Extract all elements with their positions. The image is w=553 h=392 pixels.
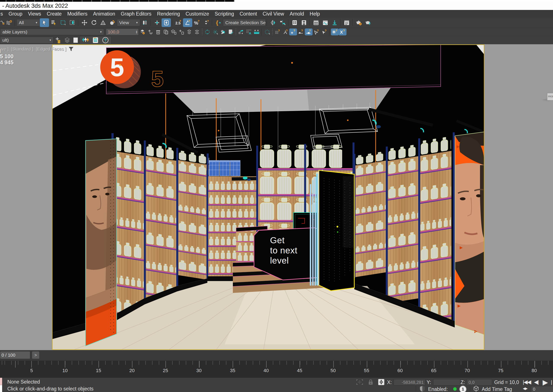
layer-stack-button[interactable] <box>63 37 72 44</box>
mirror-button[interactable] <box>269 18 278 27</box>
forest-tool-button[interactable] <box>81 37 90 44</box>
layer-explorer-toggle[interactable] <box>299 18 308 27</box>
document-tool-button[interactable] <box>91 37 100 44</box>
stack-up-button[interactable] <box>185 28 193 35</box>
maxscript-mini-listener[interactable] <box>0 378 2 392</box>
next-frame-nudge-button[interactable]: > <box>32 351 40 359</box>
snaps-toggle-25-button[interactable]: 2.5? <box>174 18 183 27</box>
enabled-count-badge[interactable]: 1 <box>459 385 467 392</box>
menu-item-create[interactable]: Create <box>44 10 64 18</box>
x-field[interactable]: -58348,281 <box>394 379 425 385</box>
poster-man[interactable] <box>85 139 117 346</box>
percent-snap-toggle[interactable]: %? <box>192 18 202 27</box>
viewport-label[interactable]: ve ] [Standard ] [Edged Faces ] <box>1 46 74 52</box>
blue-boxes[interactable] <box>209 160 240 176</box>
measure-ruler-button[interactable] <box>253 28 261 35</box>
stack-remove-button[interactable] <box>193 28 201 35</box>
edit-named-selection-sets-button[interactable]: { <box>214 18 223 27</box>
bind-to-spacewarp-button[interactable] <box>4 18 14 27</box>
selection-brackets-button[interactable] <box>211 28 219 35</box>
menu-item-rendering[interactable]: Rendering <box>154 10 183 18</box>
render-setup-button[interactable] <box>354 18 363 27</box>
menu-item-modifiers[interactable]: Modifiers <box>64 10 90 18</box>
rectangular-selection-region-button[interactable] <box>58 18 68 27</box>
filter-funnel-icon[interactable] <box>69 47 74 51</box>
menu-item-views[interactable]: Views <box>25 10 44 18</box>
add-time-tag[interactable]: Add Time Tag <box>482 386 512 392</box>
lock-icon[interactable] <box>368 379 373 385</box>
curve-editor-button[interactable] <box>311 18 320 27</box>
align-button[interactable] <box>278 18 287 27</box>
play-button[interactable]: ▶ <box>543 378 548 386</box>
material-editor-button[interactable] <box>342 18 351 27</box>
isolate-selection-button[interactable] <box>204 28 211 35</box>
render-button[interactable] <box>363 18 373 27</box>
snap-arrow-button[interactable]: ? <box>312 28 320 35</box>
menu-item-content[interactable]: Content <box>237 10 260 18</box>
y-field[interactable] <box>433 379 460 385</box>
preset-dropdown[interactable]: ult) ▼ <box>0 37 54 44</box>
logo-5-wireframe[interactable]: 5 <box>151 66 164 91</box>
snap-plus-toggle[interactable]: ? <box>289 28 297 35</box>
snap-stand-button[interactable]: ? <box>282 28 289 35</box>
snap-axis-x-toggle[interactable]: X? <box>339 28 347 35</box>
snap-slider-2-toggle[interactable]: ? <box>305 28 312 35</box>
delete-layer-button[interactable] <box>154 28 162 35</box>
layers-dropdown[interactable]: able Layers) ▼ <box>0 28 104 35</box>
viewport-scene[interactable]: 5 5 <box>0 44 553 350</box>
layer-properties-button[interactable] <box>170 28 177 35</box>
snap-frozen-toggle[interactable]: ? <box>331 28 339 35</box>
use-pivot-center-button[interactable] <box>140 18 149 27</box>
scene-explorer-toggle[interactable] <box>290 18 299 27</box>
previous-frame-button[interactable]: ◀| <box>534 379 539 385</box>
selection-region-icon[interactable] <box>356 379 363 385</box>
select-and-scale-button[interactable] <box>98 18 107 27</box>
cube-icon[interactable] <box>473 385 479 392</box>
add-to-layer-button[interactable] <box>146 28 154 35</box>
menu-item-graph-editors[interactable]: Graph Editors <box>118 10 154 18</box>
menu-item-customize[interactable]: Customize <box>183 10 212 18</box>
viewport[interactable]: 5 5 <box>0 44 553 350</box>
angle-snap-toggle[interactable]: ? <box>183 18 192 27</box>
swap-squares-button[interactable] <box>237 28 245 35</box>
select-and-rotate-button[interactable] <box>89 18 98 27</box>
absolute-mode-icon[interactable] <box>378 379 384 385</box>
add-coins-button[interactable] <box>54 37 63 44</box>
menu-item-scripting[interactable]: Scripting <box>212 10 237 18</box>
keyboard-shortcut-override-toggle[interactable] <box>162 18 171 27</box>
window-crossing-toggle[interactable] <box>68 18 77 27</box>
snap-grid-button[interactable]: ? <box>274 28 282 35</box>
select-object-button[interactable] <box>40 18 49 27</box>
menu-item-tools-partial[interactable]: s <box>0 10 6 18</box>
menu-item-help[interactable]: Help <box>307 10 323 18</box>
reference-coordinate-dropdown[interactable]: View ▼ <box>117 19 140 26</box>
z-field[interactable]: 0,0 <box>467 379 492 385</box>
ribbon-toggle-button[interactable] <box>330 18 339 27</box>
select-and-move-button[interactable] <box>80 18 89 27</box>
link-button[interactable] <box>0 18 4 27</box>
copy-layer-button[interactable] <box>162 28 170 35</box>
select-by-name-button[interactable] <box>49 18 58 27</box>
frame-number-field[interactable]: 0 <box>531 386 553 392</box>
add-box-button[interactable] <box>177 28 185 35</box>
menu-item-animation[interactable]: Animation <box>90 10 118 18</box>
clear-selection-button[interactable] <box>219 28 227 35</box>
shield-icon[interactable] <box>419 385 425 392</box>
go-to-start-button[interactable]: |◀◀ <box>523 379 531 385</box>
frame-spinner-arrows[interactable]: ◀▶ <box>523 386 527 391</box>
selected-panel[interactable] <box>319 170 354 291</box>
white-swatch[interactable] <box>73 38 78 43</box>
select-and-manipulate-button[interactable] <box>152 18 162 27</box>
poster-woman[interactable] <box>455 132 484 335</box>
new-layer-button[interactable] <box>139 28 146 35</box>
time-slider-handle[interactable]: 0 / 100 <box>0 351 30 359</box>
snap-slider-button[interactable]: ? <box>297 28 305 35</box>
named-selection-set-dropdown[interactable]: Create Selection Set ▼ <box>223 19 266 26</box>
weight-field[interactable]: 100,0 ▲▼ <box>106 28 139 35</box>
dashed-circle-button[interactable] <box>263 28 271 35</box>
edit-sheet-button[interactable] <box>227 28 234 35</box>
snap-arrow-filled-button[interactable]: ? <box>320 28 328 35</box>
selection-filter-dropdown[interactable]: All ▼ <box>16 19 40 26</box>
menu-item-arnold[interactable]: Arnold <box>287 10 307 18</box>
timeline-ruler[interactable]: 5 10 15 20 25 30 35 40 45 50 55 60 65 70… <box>0 360 553 378</box>
